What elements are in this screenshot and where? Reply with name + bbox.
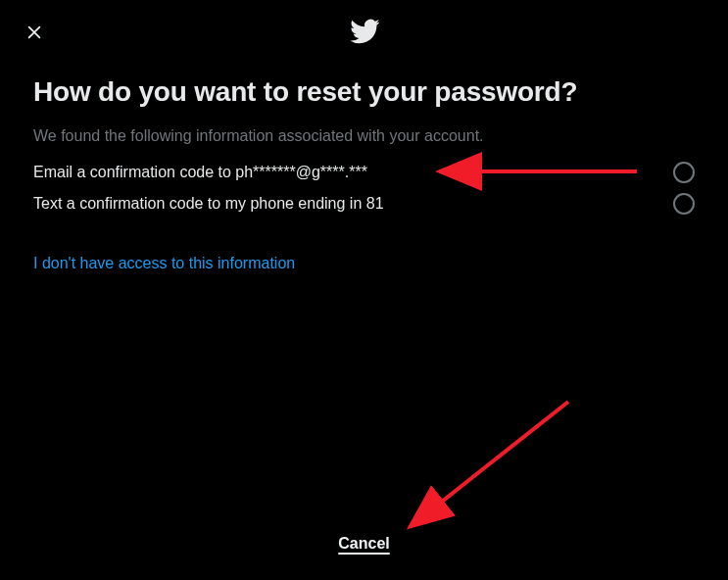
cancel-button[interactable]: Cancel [338,535,389,553]
no-access-link[interactable]: I don't have access to this information [33,255,295,272]
page-subtitle: We found the following information assoc… [33,125,695,147]
close-icon [24,23,44,46]
page-title: How do you want to reset your password? [33,76,695,108]
option-label: Text a confirmation code to my phone end… [33,192,384,216]
reset-option-sms[interactable]: Text a confirmation code to my phone end… [33,188,695,219]
svg-line-3 [410,402,568,527]
radio-icon [673,162,695,183]
radio-icon [673,193,695,215]
close-button[interactable] [18,18,51,51]
option-label: Email a confirmation code to ph*******@g… [33,161,367,184]
twitter-logo-icon [349,16,380,51]
reset-option-email[interactable]: Email a confirmation code to ph*******@g… [33,157,695,188]
annotation-arrow [392,392,588,553]
